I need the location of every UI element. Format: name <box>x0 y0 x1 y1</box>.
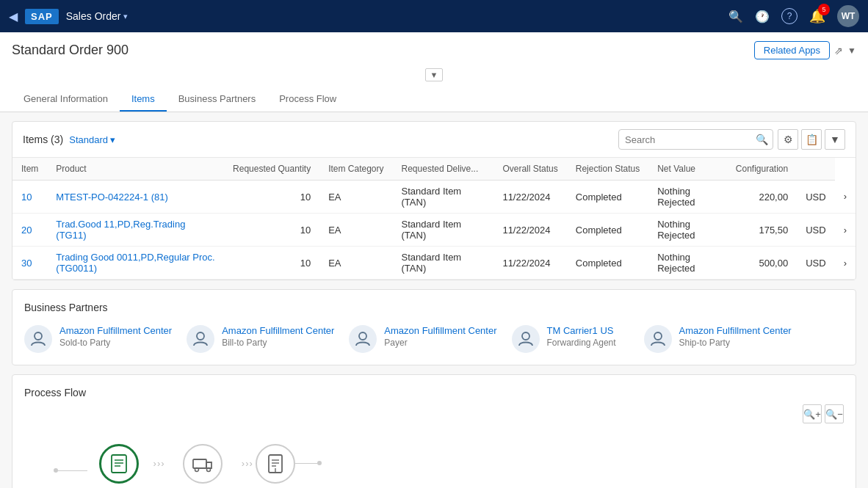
bp-avatar-3 <box>512 325 540 353</box>
invoicing-icon <box>265 454 286 474</box>
cell-product: Trading Good 0011,PD,Regular Proc. (TG00… <box>47 247 224 280</box>
bp-name-1[interactable]: Amazon Fulfillment Center <box>222 325 334 336</box>
cell-row-arrow[interactable]: › <box>835 181 856 214</box>
cell-quantity: 10 <box>224 214 319 247</box>
items-toolbar-icons: ⚙ 📋 ▼ <box>778 129 845 150</box>
step-order-processing: Order Processing <box>87 444 151 488</box>
bp-avatar-0 <box>24 325 52 353</box>
business-partner-card: Amazon Fulfillment Center Bill-to Party <box>187 325 334 353</box>
bp-avatar-1 <box>187 325 214 353</box>
app-title-text: Sales Order <box>66 10 121 22</box>
business-partners-cards: Amazon Fulfillment Center Sold-to Party … <box>24 325 844 353</box>
cell-rejection-status: Nothing Rejected <box>648 181 727 214</box>
bp-info-3: TM Carrier1 US Forwarding Agent <box>547 325 616 348</box>
business-partner-card: Amazon Fulfillment Center Sold-to Party <box>24 325 172 353</box>
col-header-item-category: Item Category <box>319 158 392 181</box>
zoom-in-button[interactable]: 🔍+ <box>803 404 822 423</box>
product-link[interactable]: Trad.Good 11,PD,Reg.Trading (TG11) <box>56 219 185 241</box>
connector-2: ››› <box>242 458 253 484</box>
bp-name-3[interactable]: TM Carrier1 US <box>547 325 616 336</box>
process-flow-zoom-controls: 🔍+ 🔍− <box>24 404 844 423</box>
app-title-button[interactable]: Sales Order ▾ <box>66 10 129 22</box>
step-delivery-processing-circle <box>183 444 223 484</box>
help-icon[interactable]: ? <box>781 8 798 24</box>
clock-icon[interactable]: 🕐 <box>755 10 770 23</box>
related-apps-button[interactable]: Related Apps <box>754 41 830 59</box>
cell-row-arrow[interactable]: › <box>835 214 856 247</box>
order-processing-icon <box>109 454 129 474</box>
product-link[interactable]: MTEST-PO-042224-1 (81) <box>56 192 167 203</box>
person-icon <box>650 331 666 347</box>
items-search-icon-button[interactable]: 🔍 <box>751 134 773 145</box>
items-toolbar: 🔍 ⚙ 📋 ▼ <box>618 129 845 150</box>
cell-overall-status: Completed <box>567 247 648 280</box>
table-row: 30 Trading Good 0011,PD,Regular Proc. (T… <box>12 247 856 280</box>
main-content: Items (3) Standard ▾ 🔍 ⚙ 📋 ▼ <box>0 121 868 488</box>
end-line <box>295 463 317 464</box>
bp-name-0[interactable]: Amazon Fulfillment Center <box>59 325 172 336</box>
tab-process-flow[interactable]: Process Flow <box>267 87 348 112</box>
header-chevron-icon[interactable]: ▼ <box>847 45 856 56</box>
notification-bell-icon[interactable]: 🔔 5 <box>809 8 825 24</box>
dynamic-header-collapse: ▼ <box>12 65 856 87</box>
search-nav-icon[interactable]: 🔍 <box>728 10 743 23</box>
cell-currency: USD <box>797 181 834 214</box>
person-icon <box>192 331 209 347</box>
cell-currency: USD <box>797 214 834 247</box>
person-icon <box>355 331 371 347</box>
cell-product: Trad.Good 11,PD,Reg.Trading (TG11) <box>47 214 224 247</box>
business-partner-card: TM Carrier1 US Forwarding Agent <box>512 325 629 353</box>
expand-icon[interactable]: ⇗ <box>834 45 843 57</box>
sap-logo: SAP <box>25 9 59 24</box>
svg-rect-9 <box>193 459 206 468</box>
items-table-body: 10 MTEST-PO-042224-1 (81) 10 EA Standard… <box>12 181 856 280</box>
product-link[interactable]: Trading Good 0011,PD,Regular Proc. (TG00… <box>56 252 214 274</box>
back-button[interactable]: ◀ <box>9 10 18 23</box>
cell-net-value: 220,00 <box>727 181 797 214</box>
svg-point-4 <box>654 332 662 340</box>
svg-point-3 <box>522 332 529 340</box>
bp-name-4[interactable]: Amazon Fulfillment Center <box>679 325 792 336</box>
connector-1: ››› <box>153 458 164 484</box>
cell-quantity: 10 <box>224 181 319 214</box>
tab-general-information[interactable]: General Information <box>12 87 120 112</box>
tab-business-partners[interactable]: Business Partners <box>167 87 268 112</box>
col-header-configuration: Configuration <box>727 158 797 181</box>
cell-rejection-status: Nothing Rejected <box>648 247 727 280</box>
bp-info-0: Amazon Fulfillment Center Sold-to Party <box>59 325 172 348</box>
bp-role-2: Payer <box>384 338 496 348</box>
zoom-out-button[interactable]: 🔍− <box>825 404 844 423</box>
items-section-title: Items (3) Standard ▾ <box>23 134 115 145</box>
more-options-icon-button[interactable]: ▼ <box>825 129 845 150</box>
tab-items[interactable]: Items <box>120 87 167 112</box>
items-view-selector[interactable]: Standard ▾ <box>69 134 115 145</box>
process-flow-diagram: Order Processing ››› <box>24 429 844 488</box>
bp-role-3: Forwarding Agent <box>547 338 616 348</box>
user-avatar[interactable]: WT <box>837 5 859 27</box>
business-partner-card: Amazon Fulfillment Center Ship-to Party <box>644 325 792 353</box>
bp-avatar-4 <box>644 325 672 353</box>
svg-point-11 <box>207 468 211 472</box>
cell-item: 20 <box>12 214 47 247</box>
svg-point-0 <box>35 332 42 340</box>
svg-point-10 <box>195 468 199 472</box>
items-table-header-row: Item Product Requested Quantity Item Cat… <box>12 158 856 181</box>
cell-net-value: 175,50 <box>727 214 797 247</box>
cell-row-arrow[interactable]: › <box>835 247 856 280</box>
bp-avatar-2 <box>349 325 377 353</box>
collapse-button[interactable]: ▼ <box>425 68 443 81</box>
bp-role-4: Ship-to Party <box>679 338 792 348</box>
settings-icon-button[interactable]: ⚙ <box>778 129 798 150</box>
business-partners-section: Business Partners Amazon Fulfillment Cen… <box>12 289 856 365</box>
cell-item-category: Standard Item (TAN) <box>393 247 494 280</box>
bp-name-2[interactable]: Amazon Fulfillment Center <box>384 325 496 336</box>
bp-role-0: Sold-to Party <box>59 338 172 348</box>
cell-overall-status: Completed <box>567 181 648 214</box>
col-header-item: Item <box>12 158 47 181</box>
cell-product: MTEST-PO-042224-1 (81) <box>47 181 224 214</box>
process-flow-section: Process Flow 🔍+ 🔍− <box>12 374 856 488</box>
view-selector-chevron-icon: ▾ <box>110 134 115 145</box>
notification-badge: 5 <box>818 4 830 15</box>
copy-icon-button[interactable]: 📋 <box>801 129 822 150</box>
items-search-input[interactable] <box>619 134 751 145</box>
